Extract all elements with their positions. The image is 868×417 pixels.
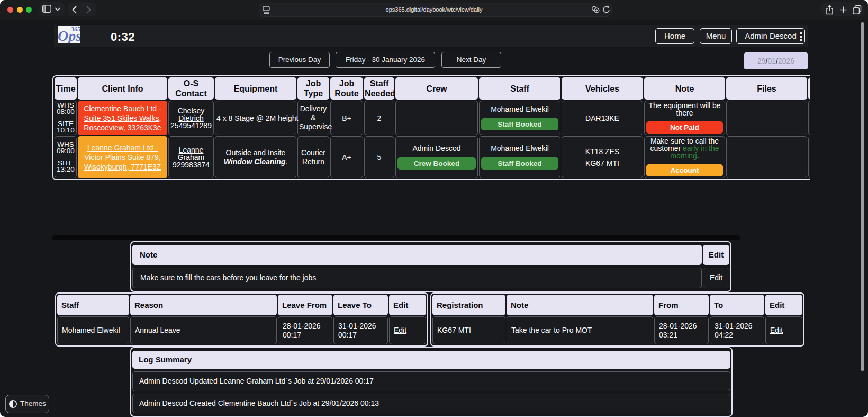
svg-text:365: 365	[70, 26, 80, 33]
